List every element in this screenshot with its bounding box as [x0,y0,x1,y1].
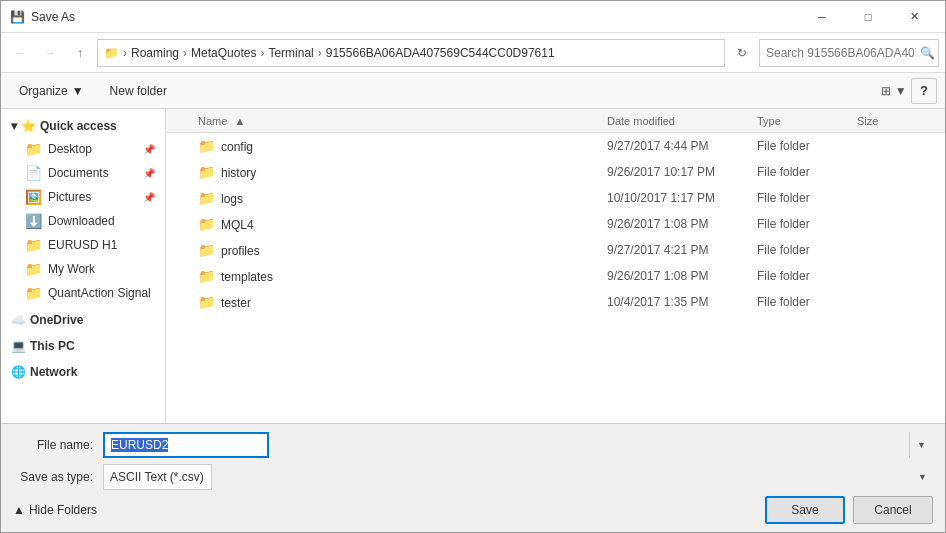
file-name-cell: 📁templates [174,268,607,284]
col-type-header[interactable]: Type [757,115,857,127]
save-button[interactable]: Save [765,496,845,524]
quick-access-star-icon: ⭐ [21,119,36,133]
pin-icon: 📌 [143,192,155,203]
sidebar-item-label: Pictures [48,190,91,204]
folder-icon: 📁 [198,138,215,154]
chevron-up-icon: ▲ [13,503,25,517]
breadcrumb-roaming: Roaming [131,46,179,60]
table-row[interactable]: 📁tester 10/4/2017 1:35 PM File folder [166,289,945,315]
table-row[interactable]: 📁MQL4 9/26/2017 1:08 PM File folder [166,211,945,237]
cancel-label: Cancel [874,503,911,517]
table-row[interactable]: 📁templates 9/26/2017 1:08 PM File folder [166,263,945,289]
file-type-cell: File folder [757,217,857,231]
file-name-cell: 📁tester [174,294,607,310]
organize-button[interactable]: Organize ▼ [9,78,94,104]
folder-icon: 📁 [198,164,215,180]
folder-icon: 🖼️ [25,189,42,205]
toolbar: Organize ▼ New folder ⊞ ▼ ? [1,73,945,109]
close-button[interactable]: ✕ [891,1,937,33]
table-row[interactable]: 📁history 9/26/2017 10:17 PM File folder [166,159,945,185]
sidebar-item-eurusd[interactable]: 📁 EURUSD H1 [1,233,165,257]
refresh-button[interactable]: ↻ [729,40,755,66]
filetype-select-wrapper: ASCII Text (*.csv) [103,464,933,490]
breadcrumb-terminal: Terminal [268,46,313,60]
file-name-cell: 📁history [174,164,607,180]
sidebar-item-documents[interactable]: 📄 Documents 📌 [1,161,165,185]
quick-access-label: Quick access [40,119,117,133]
sidebar: ▾ ⭐ Quick access 📁 Desktop 📌 📄 Documents… [1,109,166,423]
thispc-item[interactable]: 💻 This PC [1,333,165,357]
thispc-label: This PC [30,339,75,353]
table-row[interactable]: 📁logs 10/10/2017 1:17 PM File folder [166,185,945,211]
col-name-header[interactable]: Name ▲ [174,115,607,127]
file-name-cell: 📁logs [174,190,607,206]
view-button[interactable]: ⊞ ▼ [881,78,907,104]
help-button[interactable]: ? [911,78,937,104]
col-size-header[interactable]: Size [857,115,937,127]
file-type-cell: File folder [757,191,857,205]
new-folder-button[interactable]: New folder [100,78,177,104]
onedrive-icon: ☁️ [11,313,26,327]
file-date-cell: 10/10/2017 1:17 PM [607,191,757,205]
sidebar-item-label: Desktop [48,142,92,156]
file-date-cell: 9/26/2017 1:08 PM [607,217,757,231]
hide-folders-button[interactable]: ▲ Hide Folders [13,503,97,517]
pin-icon: 📌 [143,144,155,155]
folder-icon: 📁 [198,294,215,310]
table-row[interactable]: 📁config 9/27/2017 4:44 PM File folder [166,133,945,159]
file-type-cell: File folder [757,269,857,283]
file-name-cell: 📁config [174,138,607,154]
sidebar-item-quantaction[interactable]: 📁 QuantAction Signal [1,281,165,305]
sidebar-item-pictures[interactable]: 🖼️ Pictures 📌 [1,185,165,209]
hide-folders-label: Hide Folders [29,503,97,517]
folder-icon: 📁 [25,237,42,253]
sidebar-item-label: Documents [48,166,109,180]
folder-icon: 📁 [198,268,215,284]
table-row[interactable]: 📁profiles 9/27/2017 4:21 PM File folder [166,237,945,263]
file-rows-container: 📁config 9/27/2017 4:44 PM File folder 📁h… [166,133,945,315]
title-controls: ─ □ ✕ [799,1,937,33]
file-date-cell: 9/27/2017 4:44 PM [607,139,757,153]
folder-icon: 📁 [198,190,215,206]
folder-icon: 📁 [25,285,42,301]
filename-input-wrapper: ▼ [103,432,933,458]
filename-dropdown-button[interactable]: ▼ [909,432,933,458]
breadcrumb[interactable]: 📁 › Roaming › MetaQuotes › Terminal › 91… [97,39,725,67]
sidebar-item-label: Downloaded [48,214,115,228]
file-name-cell: 📁MQL4 [174,216,607,232]
col-date-header[interactable]: Date modified [607,115,757,127]
sidebar-section-thispc: 💻 This PC [1,333,165,357]
folder-icon: 📄 [25,165,42,181]
onedrive-item[interactable]: ☁️ OneDrive [1,307,165,331]
maximize-button[interactable]: □ [845,1,891,33]
breadcrumb-metaquotes: MetaQuotes [191,46,256,60]
back-button[interactable]: ← [7,40,33,66]
column-headers: Name ▲ Date modified Type Size [166,109,945,133]
filename-input[interactable] [103,432,269,458]
up-button[interactable]: ↑ [67,40,93,66]
file-date-cell: 9/26/2017 10:17 PM [607,165,757,179]
sidebar-item-label: EURUSD H1 [48,238,117,252]
filetype-select[interactable]: ASCII Text (*.csv) [103,464,212,490]
breadcrumb-icon: 📁 [104,46,119,60]
sidebar-item-desktop[interactable]: 📁 Desktop 📌 [1,137,165,161]
network-item[interactable]: 🌐 Network [1,359,165,383]
forward-button[interactable]: → [37,40,63,66]
network-label: Network [30,365,77,379]
organize-chevron-icon: ▼ [72,84,84,98]
filetype-label: Save as type: [13,470,103,484]
file-date-cell: 9/27/2017 4:21 PM [607,243,757,257]
main-content: ▾ ⭐ Quick access 📁 Desktop 📌 📄 Documents… [1,109,945,423]
quick-access-header[interactable]: ▾ ⭐ Quick access [1,113,165,137]
window-icon: 💾 [9,9,25,25]
breadcrumb-id: 915566BA06ADA407569C544CC0D97611 [326,46,555,60]
minimize-button[interactable]: ─ [799,1,845,33]
sidebar-item-downloaded[interactable]: ⬇️ Downloaded [1,209,165,233]
file-name-cell: 📁profiles [174,242,607,258]
search-input[interactable] [766,46,916,60]
cancel-button[interactable]: Cancel [853,496,933,524]
window-title: Save As [31,10,799,24]
chevron-down-icon: ▾ [11,119,17,133]
sidebar-item-mywork[interactable]: 📁 My Work [1,257,165,281]
thispc-icon: 💻 [11,339,26,353]
